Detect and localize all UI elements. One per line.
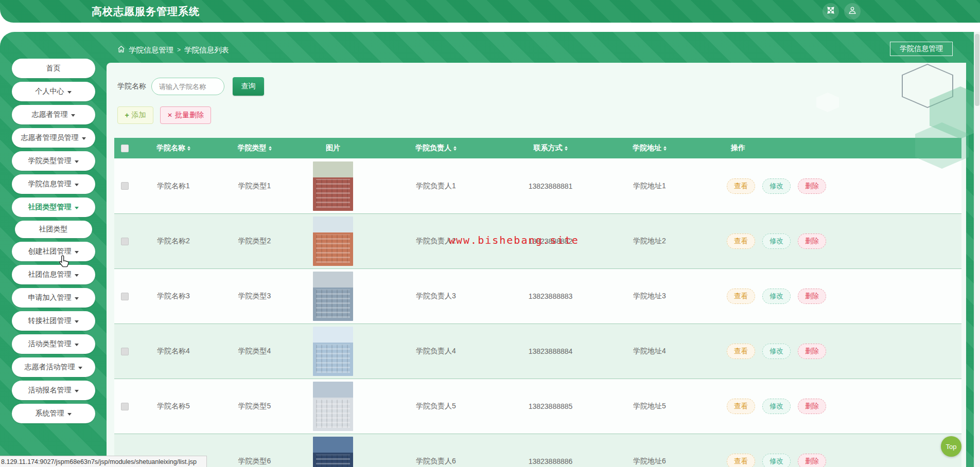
sort-icon[interactable] <box>269 146 272 151</box>
view-button[interactable]: 查看 <box>727 289 755 304</box>
view-button[interactable]: 查看 <box>727 399 755 414</box>
batch-delete-button[interactable]: ✕ 批量删除 <box>160 106 211 124</box>
add-button[interactable]: + 添加 <box>117 106 153 124</box>
sidebar-item[interactable]: 志愿者管理 <box>12 105 95 124</box>
edit-button[interactable]: 修改 <box>762 454 791 467</box>
sidebar-item[interactable]: 活动报名管理 <box>12 381 95 400</box>
sort-icon[interactable] <box>453 146 457 151</box>
sidebar-item-label: 活动报名管理 <box>28 386 72 395</box>
breadcrumb-section[interactable]: 学院信息管理 <box>129 45 173 55</box>
module-corner-button[interactable]: 学院信息管理 <box>890 42 953 56</box>
cell-college-name: 学院名称2 <box>135 237 212 246</box>
row-checkbox[interactable] <box>121 348 129 355</box>
plus-icon: + <box>125 111 129 119</box>
view-button[interactable]: 查看 <box>727 178 755 194</box>
edit-button[interactable]: 修改 <box>762 289 791 304</box>
delete-button[interactable]: 删除 <box>798 178 826 194</box>
sidebar-item[interactable]: 创建社团管理 <box>12 242 95 261</box>
college-photo <box>313 161 353 211</box>
view-button[interactable]: 查看 <box>727 233 755 249</box>
cell-contact-phone: 13823888883 <box>503 292 598 300</box>
chevron-down-icon <box>75 184 79 186</box>
cell-contact-phone: 13823888884 <box>503 347 598 355</box>
search-row: 学院名称 查询 <box>117 77 264 96</box>
cell-college-address: 学院地址5 <box>598 402 701 411</box>
chevron-down-icon <box>67 413 72 416</box>
college-photo <box>313 437 353 467</box>
sidebar-item-label: 学院类型管理 <box>28 156 72 166</box>
sidebar-item-label: 系统管理 <box>36 409 64 418</box>
edit-button[interactable]: 修改 <box>762 344 791 359</box>
cell-college-name: 学院名称5 <box>135 402 212 411</box>
batch-delete-label: 批量删除 <box>175 111 204 120</box>
sort-icon[interactable] <box>187 146 190 151</box>
watermark-text: www.bishebang.site <box>449 234 579 246</box>
back-to-top-button[interactable]: Top <box>941 436 961 457</box>
query-button[interactable]: 查询 <box>233 77 264 96</box>
chevron-down-icon <box>67 91 72 94</box>
view-button[interactable]: 查看 <box>727 344 755 359</box>
sidebar-item[interactable]: 社团信息管理 <box>12 265 95 284</box>
vertical-scrollbar[interactable] <box>974 32 980 467</box>
sidebar-item[interactable]: 转接社团管理 <box>12 311 95 331</box>
edit-button[interactable]: 修改 <box>762 233 791 249</box>
header-college-type[interactable]: 学院类型 <box>212 143 297 153</box>
sidebar-item[interactable]: 学院信息管理 <box>12 174 95 194</box>
cell-college-type: 学院类型6 <box>212 457 297 466</box>
sort-icon[interactable] <box>663 146 667 151</box>
header-address[interactable]: 学院地址 <box>598 143 701 153</box>
cell-college-leader: 学院负责人1 <box>369 182 503 191</box>
fullscreen-arrows-icon <box>826 6 835 17</box>
chevron-down-icon <box>75 251 79 254</box>
sidebar-item[interactable]: 个人中心 <box>12 82 95 101</box>
sidebar-item[interactable]: 社团类型 <box>15 221 92 238</box>
sidebar-item[interactable]: 社团类型管理 <box>12 197 95 217</box>
row-checkbox[interactable] <box>121 403 129 410</box>
cell-contact-phone: 13823888885 <box>503 402 598 410</box>
cell-college-leader: 学院负责人5 <box>369 402 503 411</box>
status-url-tooltip: 8.129.11.174:9027/jspm68e63n7s/jsp/modul… <box>0 456 207 467</box>
sidebar-item[interactable]: 活动类型管理 <box>12 334 95 354</box>
row-checkbox[interactable] <box>121 238 129 245</box>
sidebar-item[interactable]: 申请加入管理 <box>12 288 95 308</box>
chevron-down-icon <box>75 274 79 277</box>
cell-college-name: 学院名称1 <box>135 182 212 191</box>
sidebar-item[interactable]: 志愿者管理员管理 <box>12 128 95 148</box>
fullscreen-button[interactable] <box>822 3 839 20</box>
sidebar: 首页 个人中心 志愿者管理 志愿者管理员管理 <box>0 32 107 467</box>
delete-button[interactable]: 删除 <box>798 233 826 249</box>
cell-actions: 查看 修改 删除 <box>701 344 961 359</box>
header-contact[interactable]: 联系方式 <box>503 143 598 153</box>
row-checkbox[interactable] <box>121 182 129 190</box>
x-icon: ✕ <box>167 112 172 119</box>
table-row: 学院名称5 学院类型5 学院负责人5 13823888885 学院地址5 查看 … <box>114 379 961 434</box>
college-photo <box>313 272 353 321</box>
content-card: 学院名称 查询 + 添加 ✕ 批量删除 学院名称 <box>107 63 966 467</box>
select-all-checkbox[interactable] <box>121 145 129 152</box>
header-college-name[interactable]: 学院名称 <box>135 143 212 153</box>
sidebar-item-label: 社团信息管理 <box>28 270 72 279</box>
edit-button[interactable]: 修改 <box>762 178 791 194</box>
sidebar-item[interactable]: 学院类型管理 <box>12 151 95 171</box>
delete-button[interactable]: 删除 <box>798 344 826 359</box>
college-photo <box>313 217 353 266</box>
delete-button[interactable]: 删除 <box>798 399 826 414</box>
view-button[interactable]: 查看 <box>727 454 755 467</box>
sidebar-item[interactable]: 系统管理 <box>12 404 95 423</box>
user-profile-button[interactable] <box>844 3 861 20</box>
sidebar-item[interactable]: 首页 <box>12 59 95 78</box>
college-name-search-input[interactable] <box>151 78 224 95</box>
toolbar: + 添加 ✕ 批量删除 <box>117 106 211 124</box>
page: 高校志愿服务管理系统 <box>0 0 980 467</box>
sidebar-item[interactable]: 志愿者活动管理 <box>12 357 95 377</box>
row-checkbox[interactable] <box>121 293 129 300</box>
delete-button[interactable]: 删除 <box>798 289 826 304</box>
sort-icon[interactable] <box>565 146 568 151</box>
header-college-leader[interactable]: 学院负责人 <box>369 143 503 153</box>
scrollbar-thumb[interactable] <box>975 34 979 106</box>
edit-button[interactable]: 修改 <box>762 399 791 414</box>
sidebar-item-label: 个人中心 <box>36 87 64 96</box>
cell-college-address: 学院地址3 <box>598 292 701 301</box>
chevron-down-icon <box>82 137 86 140</box>
delete-button[interactable]: 删除 <box>798 454 826 467</box>
